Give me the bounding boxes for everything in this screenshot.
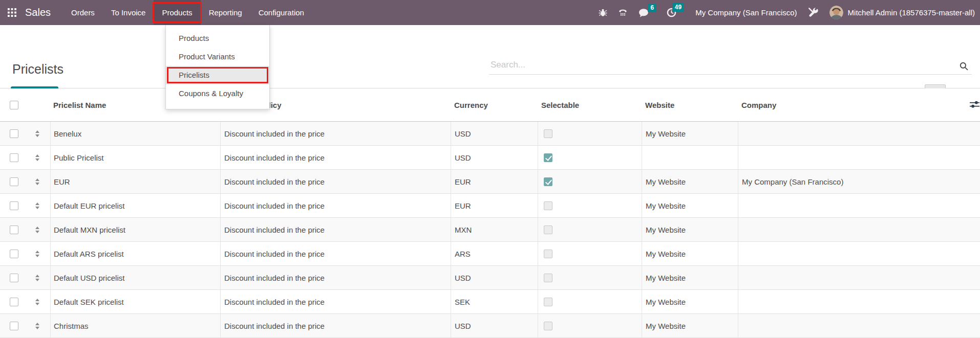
pricelist-name-cell: Public Pricelist xyxy=(50,146,220,169)
row-select-checkbox[interactable] xyxy=(10,298,18,306)
column-header-website[interactable]: Website xyxy=(642,88,738,121)
row-drag-handle[interactable] xyxy=(25,178,50,185)
company-cell xyxy=(738,122,980,145)
voip-phone-icon[interactable] xyxy=(618,8,628,17)
currency-cell: MXN xyxy=(451,218,538,241)
menu-item-coupons-loyalty[interactable]: Coupons & Loyalty xyxy=(166,84,269,103)
messages-count-badge: 6 xyxy=(648,4,656,12)
nav-item-configuration[interactable]: Configuration xyxy=(250,0,312,25)
row-select-checkbox[interactable] xyxy=(10,226,18,234)
currency-cell: USD xyxy=(451,266,538,289)
company-cell xyxy=(738,266,980,289)
currency-cell: USD xyxy=(451,314,538,337)
messages-chat-icon[interactable]: 6 xyxy=(638,8,649,17)
discount-policy-cell: Discount included in the price xyxy=(220,122,451,145)
nav-item-orders[interactable]: Orders xyxy=(63,0,103,25)
control-panel: Pricelists CREATE Filters xyxy=(0,25,980,88)
row-drag-handle[interactable] xyxy=(25,299,50,305)
activities-count-badge: 49 xyxy=(672,3,684,12)
table-row[interactable]: Default SEK pricelist Discount included … xyxy=(0,290,980,314)
table-row[interactable]: Default MXN pricelist Discount included … xyxy=(0,218,980,242)
apps-menu-button[interactable] xyxy=(0,8,23,17)
row-drag-handle[interactable] xyxy=(25,154,50,161)
company-cell: My Company (San Francisco) xyxy=(738,170,980,193)
column-header-selectable[interactable]: Selectable xyxy=(538,88,642,121)
selectable-checkbox xyxy=(544,129,552,138)
table-row[interactable]: Default EUR pricelist Discount included … xyxy=(0,194,980,218)
nav-item-to-invoice[interactable]: To Invoice xyxy=(103,0,154,25)
discount-policy-cell: Discount included in the price xyxy=(220,242,451,265)
user-avatar[interactable] xyxy=(829,6,843,19)
table-row[interactable]: Benelux Discount included in the price U… xyxy=(0,122,980,146)
column-header-company[interactable]: Company xyxy=(738,88,980,121)
row-select-checkbox[interactable] xyxy=(10,153,18,162)
nav-item-products[interactable]: Products xyxy=(154,0,200,25)
selectable-checkbox xyxy=(544,322,552,330)
apps-grid-icon xyxy=(8,8,16,17)
website-cell: My Website xyxy=(642,194,738,217)
pricelist-table-body: Benelux Discount included in the price U… xyxy=(0,122,980,338)
menu-item-pricelists[interactable]: Pricelists xyxy=(166,66,269,84)
discount-policy-cell: Discount included in the price xyxy=(220,146,451,169)
company-cell xyxy=(738,146,980,169)
website-cell: My Website xyxy=(642,218,738,241)
row-drag-handle[interactable] xyxy=(25,227,50,233)
row-drag-handle[interactable] xyxy=(25,202,50,209)
column-header-currency[interactable]: Currency xyxy=(451,88,538,121)
menu-item-product-variants[interactable]: Product Variants xyxy=(166,48,269,66)
nav-item-reporting[interactable]: Reporting xyxy=(201,0,250,25)
currency-cell: EUR xyxy=(451,170,538,193)
row-select-checkbox[interactable] xyxy=(10,322,18,330)
pricelist-name-cell: EUR xyxy=(50,170,220,193)
row-drag-handle[interactable] xyxy=(25,275,50,281)
selectable-checkbox xyxy=(544,177,552,186)
selectable-checkbox xyxy=(544,226,552,234)
row-drag-handle[interactable] xyxy=(25,251,50,257)
table-row[interactable]: Default USD pricelist Discount included … xyxy=(0,266,980,290)
table-row[interactable]: Christmas Discount included in the price… xyxy=(0,314,980,338)
currency-cell: USD xyxy=(451,146,538,169)
systray: 6 49 My Company (San Francisco) xyxy=(599,6,980,19)
row-select-checkbox[interactable] xyxy=(10,250,18,258)
row-drag-handle[interactable] xyxy=(25,130,50,137)
company-cell xyxy=(738,194,980,217)
activities-clock-icon[interactable]: 49 xyxy=(667,8,676,17)
selectable-checkbox xyxy=(544,250,552,258)
pricelist-name-cell: Default USD pricelist xyxy=(50,266,220,289)
row-select-checkbox[interactable] xyxy=(10,274,18,282)
odoo-sales-pricelists-screen: Sales Orders To Invoice Products Reporti… xyxy=(0,0,980,338)
user-menu[interactable]: Mitchell Admin (18576375-master-all) xyxy=(848,8,975,17)
debug-bug-icon[interactable] xyxy=(599,8,607,17)
table-row[interactable]: Default ARS pricelist Discount included … xyxy=(0,242,980,266)
company-cell xyxy=(738,314,980,337)
pricelist-name-cell: Christmas xyxy=(50,314,220,337)
website-cell: My Website xyxy=(642,314,738,337)
menu-item-products[interactable]: Products xyxy=(166,29,269,48)
app-brand[interactable]: Sales xyxy=(25,7,51,18)
selectable-checkbox xyxy=(544,274,552,282)
website-cell: My Website xyxy=(642,290,738,313)
row-select-checkbox[interactable] xyxy=(10,177,18,186)
pricelist-name-cell: Benelux xyxy=(50,122,220,145)
website-cell xyxy=(642,146,738,169)
discount-policy-cell: Discount included in the price xyxy=(220,314,451,337)
optional-columns-sliders-icon[interactable] xyxy=(970,101,979,108)
selectable-checkbox xyxy=(544,298,552,306)
support-tools-icon[interactable] xyxy=(808,7,819,18)
search-input[interactable] xyxy=(489,56,972,75)
select-all-checkbox[interactable] xyxy=(10,101,18,109)
table-header-row: Pricelist Name Discount Policy Currency … xyxy=(0,88,980,122)
company-cell xyxy=(738,218,980,241)
table-row[interactable]: Public Pricelist Discount included in th… xyxy=(0,146,980,170)
company-switcher[interactable]: My Company (San Francisco) xyxy=(695,8,797,17)
row-select-checkbox[interactable] xyxy=(10,201,18,210)
pricelist-name-cell: Default ARS pricelist xyxy=(50,242,220,265)
row-select-checkbox[interactable] xyxy=(10,129,18,138)
company-cell xyxy=(738,242,980,265)
table-row[interactable]: EUR Discount included in the price EUR M… xyxy=(0,170,980,194)
page-title: Pricelists xyxy=(12,62,63,77)
search-icon[interactable] xyxy=(960,62,968,71)
row-drag-handle[interactable] xyxy=(25,323,50,329)
website-cell: My Website xyxy=(642,122,738,145)
currency-cell: ARS xyxy=(451,242,538,265)
